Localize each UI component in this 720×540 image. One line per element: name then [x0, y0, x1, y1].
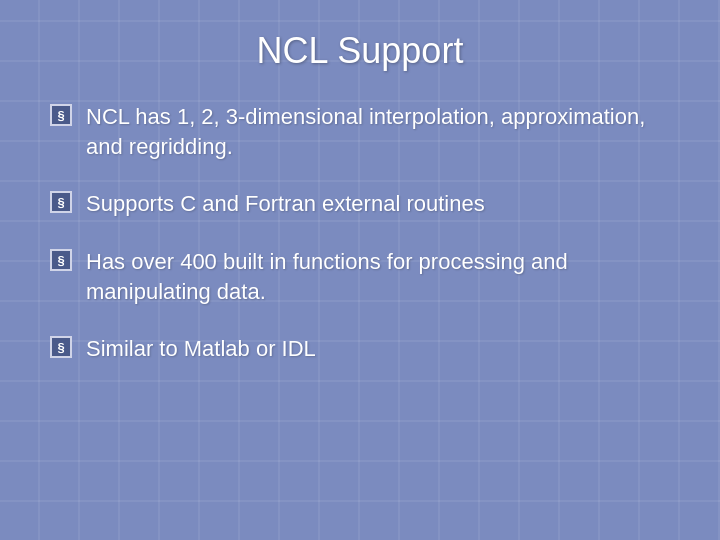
bullet-item-4: Similar to Matlab or IDL	[50, 334, 680, 364]
bullet-icon-4	[50, 336, 72, 358]
bullet-item-2: Supports C and Fortran external routines	[50, 189, 680, 219]
bullet-icon-2	[50, 191, 72, 213]
bullet-icon-3	[50, 249, 72, 271]
bullet-icon-1	[50, 104, 72, 126]
bullet-text-1: NCL has 1, 2, 3-dimensional interpolatio…	[86, 102, 680, 161]
slide: NCL Support NCL has 1, 2, 3-dimensional …	[0, 0, 720, 540]
bullet-item-3: Has over 400 built in functions for proc…	[50, 247, 680, 306]
bullet-text-2: Supports C and Fortran external routines	[86, 189, 485, 219]
bullet-text-4: Similar to Matlab or IDL	[86, 334, 316, 364]
bullet-text-3: Has over 400 built in functions for proc…	[86, 247, 680, 306]
bullet-item-1: NCL has 1, 2, 3-dimensional interpolatio…	[50, 102, 680, 161]
bullet-list: NCL has 1, 2, 3-dimensional interpolatio…	[40, 102, 680, 364]
slide-title: NCL Support	[40, 30, 680, 72]
